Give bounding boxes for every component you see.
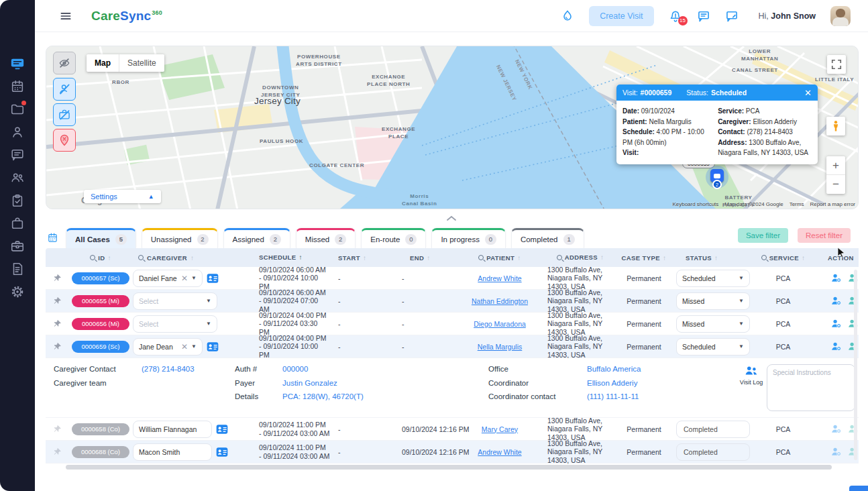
caregiver-profile-icon[interactable] (206, 340, 219, 353)
toggle-pins-button[interactable] (53, 129, 76, 152)
hot-leads-icon[interactable] (561, 9, 574, 23)
keyboard-shortcuts-link[interactable]: Keyboard shortcuts (672, 201, 718, 207)
auth-value[interactable]: 000000 (282, 365, 308, 373)
col-header-address[interactable]: ADDRESS↑ (537, 252, 617, 264)
sidebar-item-patients[interactable] (10, 125, 25, 140)
caregiver-profile-icon[interactable] (206, 272, 219, 285)
calendar-icon[interactable] (47, 232, 58, 243)
col-header-case-type[interactable]: CASE TYPE↑ (617, 254, 671, 262)
tab-missed[interactable]: Missed2 (296, 228, 356, 248)
pin-icon[interactable] (53, 425, 62, 433)
sidebar-item-calendar[interactable] (10, 79, 25, 94)
case-id-badge[interactable]: 0000657 (Sc) (72, 272, 129, 284)
tab-completed[interactable]: Completed1 (511, 228, 584, 248)
sort-icon[interactable]: ↑ (191, 254, 194, 262)
sort-icon[interactable]: ↑ (663, 254, 666, 262)
search-icon[interactable] (478, 255, 484, 260)
coordinator-contact-value[interactable]: (111) 111-11-11 (587, 392, 639, 400)
map-type-satellite[interactable]: Satellite (119, 54, 164, 72)
col-header-caregiver[interactable]: CAREGIVER↑ (133, 254, 248, 262)
case-id-badge[interactable]: 0000688 (Co) (72, 446, 129, 458)
assign-caregiver-icon[interactable] (830, 341, 842, 352)
collapse-map-button[interactable] (441, 213, 462, 223)
caregiver-profile-icon[interactable] (215, 445, 229, 459)
details-value[interactable]: PCA: 128(W), 46720(T) (282, 392, 364, 400)
vertical-scrollbar[interactable] (854, 270, 857, 460)
search-icon[interactable] (761, 255, 767, 260)
caregiver-select[interactable]: Select▼ (133, 315, 217, 333)
sort-icon[interactable]: ↑ (517, 254, 521, 262)
sidebar-item-messages[interactable] (10, 148, 25, 162)
tab-in-progress[interactable]: In progress0 (431, 228, 506, 248)
clear-icon[interactable]: ✕ (181, 342, 188, 351)
map-type-map[interactable]: Map (87, 54, 119, 72)
search-icon[interactable] (557, 255, 562, 260)
assign-caregiver-icon[interactable] (830, 295, 842, 307)
sidebar-item-cases[interactable] (10, 216, 25, 231)
caregiver-contact-value[interactable]: (278) 214-8403 (142, 365, 195, 373)
status-select[interactable]: Scheduled▼ (676, 338, 750, 356)
create-visit-button[interactable]: Create Visit (589, 6, 653, 26)
status-select[interactable]: Missed▼ (676, 315, 750, 333)
col-header-status[interactable]: STATUS↑ (671, 254, 755, 262)
visit-marker[interactable]: 2 (705, 164, 729, 191)
patient-link[interactable]: Andrew White (478, 448, 521, 456)
pin-icon[interactable] (53, 342, 62, 351)
sort-icon[interactable]: ↑ (299, 254, 302, 262)
patient-link[interactable]: Nella Margulis (478, 343, 523, 351)
notifications-bell-icon[interactable]: 15 (669, 9, 682, 23)
sidebar-item-dashboard[interactable] (10, 56, 25, 71)
col-header-schedule[interactable]: SCHEDULE↑ (248, 252, 330, 264)
menu-icon[interactable] (59, 9, 72, 23)
status-select[interactable]: Missed▼ (676, 292, 750, 310)
tab-assigned[interactable]: Assigned2 (223, 228, 290, 248)
toggle-cases-button[interactable] (53, 103, 76, 126)
caregiver-select[interactable]: Select▼ (133, 292, 217, 310)
map-panel[interactable]: POWERHOUSE ARTS DISTRICT RBOR EXCHANGE P… (46, 46, 859, 209)
sort-icon[interactable]: ↑ (363, 254, 366, 262)
case-id-badge[interactable]: 0000658 (Co) (72, 423, 129, 435)
assign-caregiver-icon[interactable] (830, 272, 842, 284)
col-header-service[interactable]: SERVICE↑ (755, 254, 812, 262)
sidebar-item-folder[interactable] (10, 102, 25, 117)
sort-icon[interactable]: ↑ (802, 254, 805, 262)
sort-icon[interactable]: ↑ (427, 254, 430, 262)
zoom-in-button[interactable]: + (826, 156, 845, 175)
reset-filter-button[interactable]: Reset filter (798, 228, 851, 243)
case-id-badge[interactable]: 0000656 (Mi) (72, 318, 129, 330)
zoom-out-button[interactable]: − (826, 175, 845, 194)
sidebar-item-caregivers[interactable] (10, 170, 25, 185)
sort-icon[interactable]: ↑ (600, 254, 604, 262)
avatar[interactable] (830, 6, 851, 26)
toggle-visibility-button[interactable] (53, 52, 76, 74)
assign-caregiver-icon[interactable] (830, 446, 842, 457)
search-icon[interactable] (138, 255, 144, 260)
fullscreen-button[interactable] (827, 55, 846, 74)
sidebar-item-tasks[interactable] (10, 193, 25, 208)
col-header-id[interactable]: ID↑ (68, 254, 133, 262)
sidebar-item-services[interactable] (10, 239, 25, 254)
compose-message-icon[interactable] (725, 9, 739, 23)
patient-link[interactable]: Andrew White (478, 274, 521, 282)
pin-icon[interactable] (53, 296, 62, 305)
tab-en-route[interactable]: En-route0 (361, 228, 426, 248)
pegman-icon[interactable] (826, 117, 845, 135)
messages-icon[interactable] (697, 9, 710, 23)
tab-all-cases[interactable]: All Cases5 (66, 228, 136, 248)
case-id-badge[interactable]: 0000659 (Sc) (72, 341, 129, 353)
assign-caregiver-icon[interactable] (830, 318, 842, 329)
toggle-caregivers-button[interactable] (53, 78, 76, 101)
tab-unassigned[interactable]: Unassigned2 (142, 228, 218, 248)
close-icon[interactable]: ✕ (804, 88, 812, 98)
sidebar-item-reports[interactable] (10, 262, 25, 276)
special-instructions-input[interactable] (767, 364, 855, 411)
sort-icon[interactable]: ↑ (714, 254, 718, 262)
save-filter-button[interactable]: Save filter (738, 228, 788, 243)
coordinator-value[interactable]: Ellison Adderiy (587, 379, 637, 387)
payer-value[interactable]: Justin Gonzalez (282, 379, 337, 387)
status-select[interactable]: Scheduled▼ (676, 270, 750, 287)
clear-icon[interactable]: ✕ (181, 274, 188, 283)
caregiver-select[interactable]: Jane Dean✕▼ (133, 338, 203, 356)
sort-icon[interactable]: ↑ (107, 254, 111, 262)
col-header-patient[interactable]: PATIENT↑ (463, 254, 537, 262)
